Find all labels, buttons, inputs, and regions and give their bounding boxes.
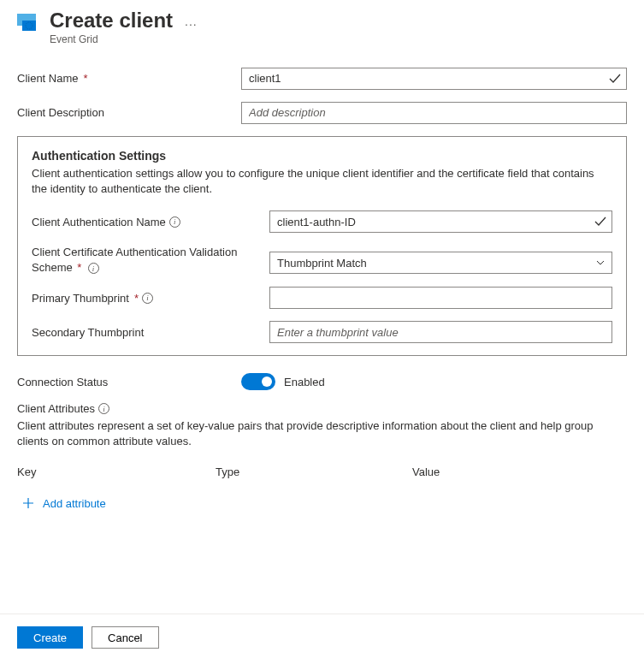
create-button[interactable]: Create — [17, 626, 83, 649]
primary-thumbprint-row: Primary Thumbprint* i — [32, 287, 612, 309]
page-title: Create client — [50, 9, 173, 33]
chevron-down-icon — [595, 258, 606, 268]
info-icon[interactable]: i — [169, 216, 180, 228]
attributes-table-header: Key Type Value — [17, 465, 627, 478]
client-attributes-label: Client Attributes i — [17, 402, 627, 415]
primary-thumbprint-label: Primary Thumbprint* i — [32, 292, 269, 305]
connection-status-row: Connection Status Enabled — [17, 373, 627, 390]
auth-settings-description: Client authentication settings allow you… — [32, 166, 612, 197]
secondary-thumbprint-label: Secondary Thumbprint — [32, 326, 269, 339]
client-attributes-description: Client attributes represent a set of key… — [17, 418, 627, 449]
secondary-thumbprint-input[interactable] — [269, 321, 612, 343]
eventgrid-icon — [17, 12, 39, 34]
secondary-thumbprint-row: Secondary Thumbprint — [32, 321, 612, 343]
column-value: Value — [412, 465, 627, 478]
validation-scheme-select[interactable]: Thumbprint Match — [269, 252, 612, 274]
cancel-button[interactable]: Cancel — [92, 626, 158, 649]
client-description-input[interactable] — [241, 102, 627, 124]
panel-header: Create client Event Grid ··· — [0, 0, 644, 49]
auth-settings-title: Authentication Settings — [32, 149, 612, 163]
column-key: Key — [17, 465, 216, 478]
connection-status-toggle[interactable] — [241, 373, 275, 390]
authentication-settings-panel: Authentication Settings Client authentic… — [17, 136, 627, 356]
check-icon — [608, 72, 622, 86]
auth-name-input[interactable] — [269, 210, 612, 233]
validation-scheme-row: Client Certificate Authentication Valida… — [32, 245, 612, 275]
connection-status-label: Connection Status — [17, 376, 241, 388]
info-icon[interactable]: i — [88, 263, 99, 274]
footer-actions: Create Cancel — [0, 614, 644, 664]
client-description-row: Client Description — [17, 102, 627, 124]
auth-name-row: Client Authentication Name i — [32, 210, 612, 233]
validation-scheme-label: Client Certificate Authentication Valida… — [32, 245, 269, 275]
page-subtitle: Event Grid — [50, 33, 173, 45]
plus-icon — [22, 497, 34, 509]
svg-rect-1 — [22, 21, 36, 31]
info-icon[interactable]: i — [98, 403, 109, 414]
client-name-label: Client Name* — [17, 72, 241, 85]
info-icon[interactable]: i — [142, 293, 153, 304]
primary-thumbprint-input[interactable] — [269, 287, 612, 309]
connection-status-value: Enabled — [284, 376, 325, 388]
auth-name-label: Client Authentication Name i — [32, 216, 269, 228]
more-actions-icon[interactable]: ··· — [185, 17, 198, 31]
add-attribute-button[interactable]: Add attribute — [17, 497, 106, 510]
client-description-label: Client Description — [17, 106, 241, 119]
client-name-input[interactable] — [241, 68, 627, 90]
check-icon — [594, 215, 607, 228]
column-type: Type — [216, 465, 412, 478]
client-name-row: Client Name* — [17, 68, 627, 90]
